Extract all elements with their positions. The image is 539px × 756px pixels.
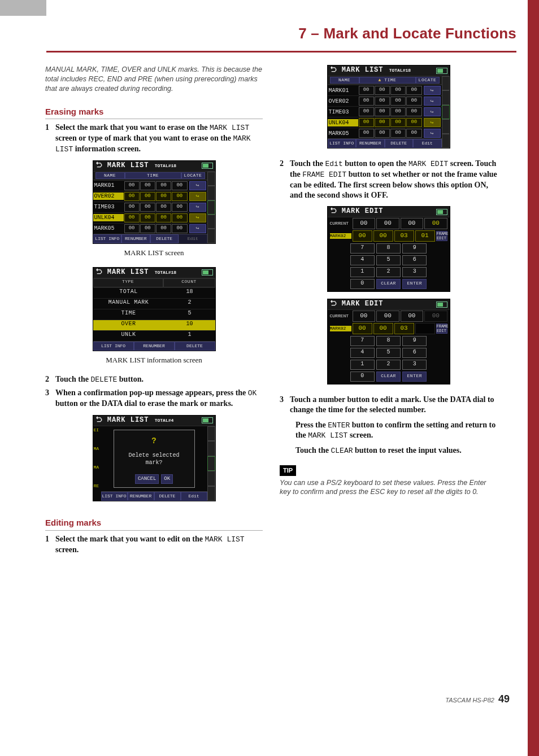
key-0[interactable]: 0 [350, 279, 375, 289]
info-row[interactable]: MANUAL MARK [93, 299, 164, 309]
row-name[interactable]: MARK05 [93, 225, 124, 232]
locate-button[interactable] [189, 181, 206, 190]
side-item: EI [93, 426, 101, 445]
enter-button[interactable]: ENTER [402, 279, 427, 289]
lcd-mark-list: ⮌ MARK LIST TOTAL#18 NAME TIME LOCATE MA… [93, 160, 216, 244]
key-9[interactable]: 9 [402, 243, 427, 254]
renumber-button[interactable]: RENUMBER [134, 342, 175, 351]
info-row[interactable]: OVER [93, 320, 164, 330]
locate-button[interactable] [189, 224, 206, 233]
key-5[interactable]: 5 [376, 255, 401, 265]
scrollbar[interactable] [442, 76, 450, 148]
key-0[interactable]: 0 [350, 372, 375, 382]
intro-note: MANUAL MARK, TIME, OVER and UNLK marks. … [45, 65, 263, 94]
key-4[interactable]: 4 [350, 348, 375, 358]
list-info-button[interactable]: LIST INFO [93, 342, 134, 351]
step-text: button or the DATA dial to erase the mar… [55, 399, 233, 408]
key-1[interactable]: 1 [350, 267, 375, 277]
key-6[interactable]: 6 [402, 348, 427, 358]
delete-button[interactable]: DELETE [175, 342, 215, 351]
row-name[interactable]: MARK01 [93, 182, 124, 189]
frame-edit-button[interactable]: FRAME EDIT [436, 324, 447, 334]
code: DELETE [91, 375, 118, 384]
col-locate[interactable]: LOCATE [181, 172, 205, 179]
locate-button[interactable] [424, 107, 441, 116]
tip-badge: TIP [280, 465, 296, 475]
heading-editing-marks: Editing marks [45, 517, 263, 531]
key-2[interactable]: 2 [376, 360, 401, 370]
row-name[interactable]: UNLK04 [93, 214, 124, 221]
locate-button[interactable] [189, 192, 206, 201]
info-row[interactable]: UNLK [93, 331, 164, 341]
step-text: screen. [55, 545, 79, 554]
clear-button[interactable]: CLEAR [376, 279, 401, 289]
col-time[interactable]: ▲ TIME [359, 77, 416, 84]
key-7[interactable]: 7 [350, 243, 375, 254]
locate-button[interactable] [189, 213, 206, 222]
key-2[interactable]: 2 [376, 267, 401, 277]
step-text: Select the mark that you want to erase o… [55, 123, 210, 132]
key-7[interactable]: 7 [350, 336, 375, 346]
row-name[interactable]: TIME03 [93, 203, 124, 211]
delete-button[interactable]: DELETE [150, 234, 179, 243]
key-9[interactable]: 9 [402, 336, 427, 346]
step-text: Touch the [55, 375, 91, 383]
current-label: CURRENT [330, 221, 351, 226]
key-4[interactable]: 4 [350, 255, 375, 265]
footer-brand: TASCAM HS-P82 [445, 697, 494, 703]
code: OK [248, 389, 257, 397]
key-3[interactable]: 3 [402, 267, 427, 277]
edit-button[interactable]: Edit [413, 139, 442, 148]
caption: MARK LIST screen [45, 248, 263, 258]
ok-button[interactable]: OK [161, 474, 173, 484]
right-column: ⮌ MARK LIST TOTAL#18 NAME ▲ TIME LOCATE … [280, 65, 497, 497]
cancel-button[interactable]: CANCEL [135, 474, 159, 484]
key-8[interactable]: 8 [376, 336, 401, 346]
key-5[interactable]: 5 [376, 348, 401, 358]
dialog-message: Delete selected mark? [119, 452, 190, 466]
col-time[interactable]: TIME [125, 172, 181, 179]
list-info-button[interactable]: LIST INFO [328, 139, 357, 148]
chapter-title: 7 – Mark and Locate Functions [298, 25, 516, 42]
locate-button[interactable] [424, 118, 441, 127]
renumber-button[interactable]: RENUMBER [356, 139, 385, 148]
key-1[interactable]: 1 [350, 360, 375, 370]
list-info-button[interactable]: LIST INFO [93, 234, 122, 243]
lcd-title: MARK EDIT [342, 207, 384, 215]
side-item: MA [93, 464, 101, 482]
battery-icon [436, 68, 447, 74]
info-row[interactable]: TIME [93, 309, 164, 320]
lcd-title: MARK LIST [342, 66, 384, 74]
col-name[interactable]: NAME [95, 172, 125, 179]
page-number: 49 [498, 693, 510, 705]
locate-button[interactable] [424, 97, 441, 106]
key-3[interactable]: 3 [402, 360, 427, 370]
locate-button[interactable] [424, 129, 441, 138]
lcd-total: TOTAL#18 [155, 163, 176, 168]
scrollbar[interactable] [207, 172, 215, 243]
col-locate[interactable]: LOCATE [416, 77, 440, 84]
clear-button[interactable]: CLEAR [376, 372, 401, 382]
edit-button[interactable]: Edit [181, 492, 207, 501]
page-tab [0, 0, 46, 16]
erase-step-3: 3 When a confirmation pop-up message app… [45, 388, 263, 409]
locate-button[interactable] [189, 203, 206, 212]
locate-button[interactable] [424, 86, 441, 95]
delete-button[interactable]: DELETE [154, 492, 181, 501]
scrollbar[interactable] [207, 426, 215, 501]
enter-button[interactable]: ENTER [402, 372, 427, 382]
row-name[interactable]: OVER02 [93, 193, 124, 200]
delete-button[interactable]: DELETE [385, 139, 414, 148]
edit-button[interactable]: Edit [179, 234, 207, 243]
footer: TASCAM HS-P82 49 [445, 693, 510, 705]
frame-edit-button[interactable]: FRAME EDIT [436, 231, 447, 241]
lcd-title: MARK LIST [107, 416, 149, 424]
key-6[interactable]: 6 [402, 255, 427, 265]
list-info-button[interactable]: LIST INFO [101, 492, 128, 501]
side-item: RE [93, 482, 101, 501]
renumber-button[interactable]: RENUMBER [128, 492, 154, 501]
col-name[interactable]: NAME [330, 77, 359, 84]
renumber-button[interactable]: RENUMBER [121, 234, 150, 243]
key-8[interactable]: 8 [376, 243, 401, 254]
info-row[interactable]: TOTAL [93, 288, 164, 298]
